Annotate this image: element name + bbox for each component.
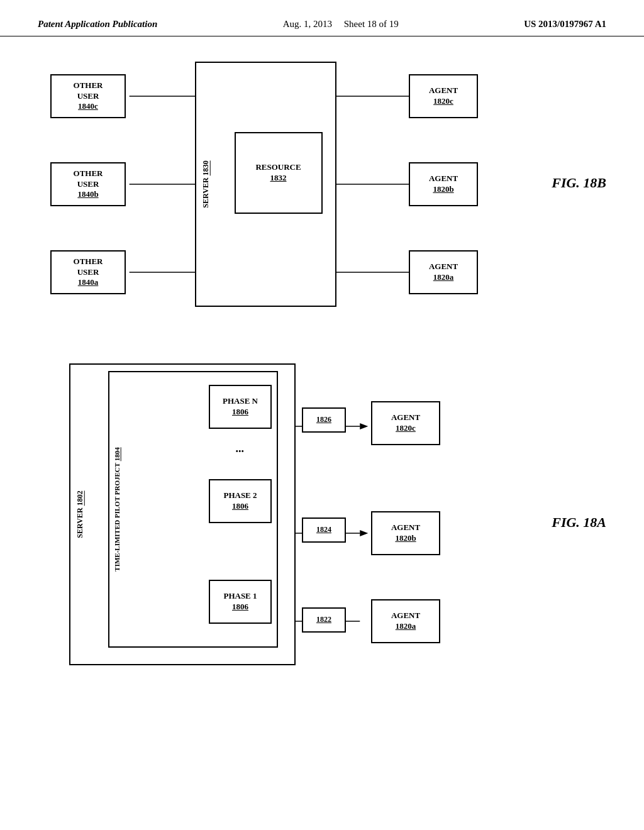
phase-n-box: PHASE N 1806 (209, 385, 272, 429)
svg-marker-11 (360, 423, 368, 429)
date: Aug. 1, 2013 (283, 19, 332, 29)
header: Patent Application Publication Aug. 1, 2… (0, 0, 644, 36)
agent18a-1820a-box: AGENT 1820a (371, 599, 440, 643)
ellipsis: ... (236, 441, 245, 456)
user-1840a-box: OTHERUSER 1840a (50, 250, 126, 294)
fig18a-label: FIG. 18A (552, 514, 606, 531)
svg-marker-9 (360, 530, 368, 536)
user-1840b-box: OTHERUSER 1840b (50, 162, 126, 206)
content: OTHERUSER 1840c OTHERUSER 1840b OTHERUSE… (0, 36, 644, 690)
agent-1820a-box: AGENT 1820a (409, 250, 478, 294)
publication-label: Patent Application Publication (38, 19, 157, 30)
resource-1832-box: RESOURCE 1832 (235, 132, 323, 214)
fig18b-label: FIG. 18B (552, 175, 606, 191)
agent-1820c-box: AGENT 1820c (409, 74, 478, 118)
sheet-number: Sheet 18 of 19 (344, 19, 399, 29)
arrow-1822-box: 1822 (302, 607, 346, 633)
header-center: Aug. 1, 2013 Sheet 18 of 19 (283, 19, 399, 30)
phase-2-box: PHASE 2 1806 (209, 479, 272, 523)
fig18b-diagram: OTHERUSER 1840c OTHERUSER 1840b OTHERUSE… (38, 62, 606, 332)
server-1802-box: SERVER 1802 TIME-LIMITED PILOT PROJECT 1… (69, 363, 296, 665)
agent-1820b-box: AGENT 1820b (409, 162, 478, 206)
arrow-1826-box: 1826 (302, 407, 346, 433)
phase-1-box: PHASE 1 1806 (209, 580, 272, 624)
fig18a-diagram: SERVER 1802 TIME-LIMITED PILOT PROJECT 1… (38, 351, 606, 678)
agent18a-1820b-box: AGENT 1820b (371, 511, 440, 555)
user-1840c-box: OTHERUSER 1840c (50, 74, 126, 118)
agent18a-1820c-box: AGENT 1820c (371, 401, 440, 445)
page: Patent Application Publication Aug. 1, 2… (0, 0, 644, 830)
arrow-1824-box: 1824 (302, 517, 346, 543)
project-1804-box: TIME-LIMITED PILOT PROJECT 1804 PHASE N … (108, 371, 278, 648)
server-1830-box: SERVER 1830 RESOURCE 1832 (195, 62, 336, 307)
patent-number: US 2013/0197967 A1 (524, 19, 606, 30)
